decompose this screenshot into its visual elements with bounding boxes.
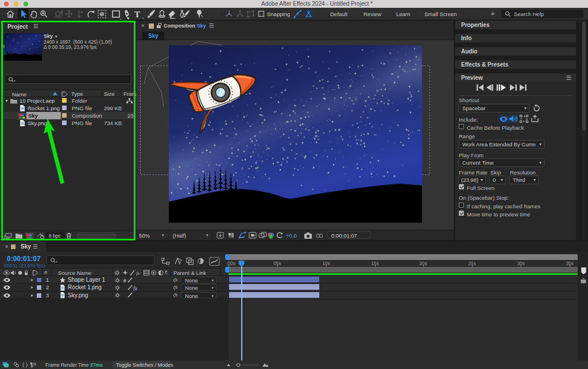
svg-text:Snapping: Snapping xyxy=(267,11,290,17)
svg-text:+0,0: +0,0 xyxy=(286,232,297,239)
svg-text:fx: fx xyxy=(133,286,138,291)
svg-text:T: T xyxy=(134,10,140,19)
svg-text:fx: fx xyxy=(136,270,140,276)
